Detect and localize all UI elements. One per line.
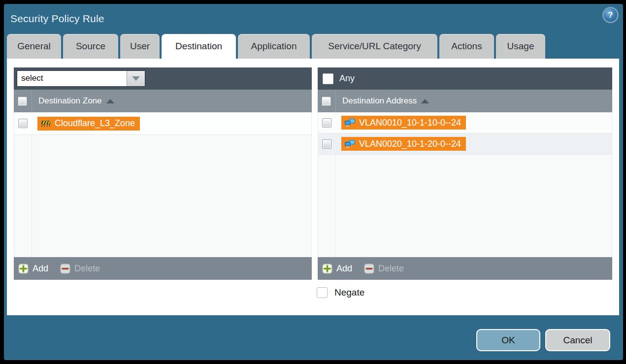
zone-icon [41, 120, 51, 127]
zone-row-checkbox[interactable] [18, 119, 28, 128]
address-row-checkbox[interactable] [322, 118, 331, 128]
any-label: Any [339, 73, 355, 84]
delete-icon [60, 264, 70, 274]
select-all-zones-checkbox[interactable] [18, 97, 27, 106]
sort-asc-icon [106, 99, 114, 103]
add-address-button[interactable]: Add [322, 264, 352, 274]
help-glyph: ? [608, 11, 613, 20]
address-icon [345, 119, 355, 127]
tab-user[interactable]: User [120, 34, 160, 59]
negate-checkbox[interactable] [317, 287, 328, 298]
dropdown-button[interactable] [127, 71, 145, 86]
tab-usage[interactable]: Usage [496, 34, 545, 59]
select-all-addresses-checkbox[interactable] [322, 97, 331, 106]
zone-label: Cloudflare_L3_Zone [55, 118, 135, 129]
delete-address-button[interactable]: Delete [364, 264, 404, 274]
address-panel-header: Any [318, 67, 612, 90]
add-zone-button[interactable]: Add [18, 264, 48, 274]
column-divider [32, 90, 32, 112]
zone-row[interactable]: Cloudflare_L3_Zone [14, 112, 311, 135]
zone-filter-value: select [17, 71, 127, 86]
tab-application[interactable]: Application [238, 34, 310, 59]
zone-panel-header: select [14, 67, 312, 90]
tab-service-url-category[interactable]: Service/URL Category [312, 34, 437, 59]
tab-destination[interactable]: Destination [162, 34, 236, 59]
tab-general[interactable]: General [7, 34, 61, 59]
help-icon[interactable]: ? [604, 8, 617, 22]
zone-panel-toolbar: Add Delete [14, 257, 312, 280]
sort-asc-icon [421, 99, 429, 103]
add-icon [18, 264, 29, 274]
delete-label: Delete [378, 264, 404, 274]
zone-column-label[interactable]: Destination Zone [38, 96, 102, 106]
address-chip[interactable]: VLAN0010_10-1-10-0--24 [341, 116, 466, 130]
zone-filter-combobox[interactable]: select [17, 70, 145, 87]
negate-label: Negate [334, 287, 364, 298]
add-label: Add [336, 264, 352, 274]
destination-address-panel: Any Destination Address [318, 67, 612, 280]
address-row[interactable]: VLAN0010_10-1-10-0--24 [318, 112, 612, 133]
delete-label: Delete [74, 264, 100, 274]
dialog-title: Security Policy Rule [10, 13, 104, 25]
delete-icon [364, 264, 374, 274]
destination-zone-panel: select Destination Zone [14, 67, 312, 280]
address-row[interactable]: VLAN0020_10-1-20-0--24 [318, 133, 612, 155]
zone-column-header-row: Destination Zone [14, 90, 312, 112]
destination-tab-content: select Destination Zone [7, 59, 619, 315]
tab-bar: General Source User Destination Applicat… [7, 34, 545, 59]
address-panel-toolbar: Add Delete [318, 257, 612, 280]
address-column-header-row: Destination Address [318, 90, 612, 112]
zone-chip[interactable]: Cloudflare_L3_Zone [37, 117, 140, 131]
ok-button[interactable]: OK [476, 329, 540, 351]
address-chip[interactable]: VLAN0020_10-1-20-0--24 [341, 137, 466, 151]
address-row-checkbox[interactable] [322, 139, 331, 149]
chevron-down-icon [132, 76, 140, 81]
zone-list: Cloudflare_L3_Zone [14, 112, 312, 257]
security-policy-rule-dialog: Security Policy Rule ? General Source Us… [4, 4, 623, 360]
tab-actions[interactable]: Actions [439, 34, 494, 59]
address-label: VLAN0020_10-1-20-0--24 [359, 139, 461, 149]
negate-option: Negate [317, 287, 364, 298]
address-column-label[interactable]: Destination Address [342, 96, 417, 106]
address-icon [345, 140, 355, 148]
add-label: Add [33, 264, 48, 274]
tab-source[interactable]: Source [63, 34, 118, 59]
address-label: VLAN0010_10-1-10-0--24 [359, 118, 461, 128]
add-icon [322, 264, 332, 274]
address-list: VLAN0010_10-1-10-0--24 VLAN0020_10-1-20-… [318, 112, 612, 257]
delete-zone-button[interactable]: Delete [60, 264, 100, 274]
any-checkbox[interactable] [323, 73, 333, 84]
column-divider [335, 90, 336, 112]
cancel-button[interactable]: Cancel [545, 329, 610, 351]
